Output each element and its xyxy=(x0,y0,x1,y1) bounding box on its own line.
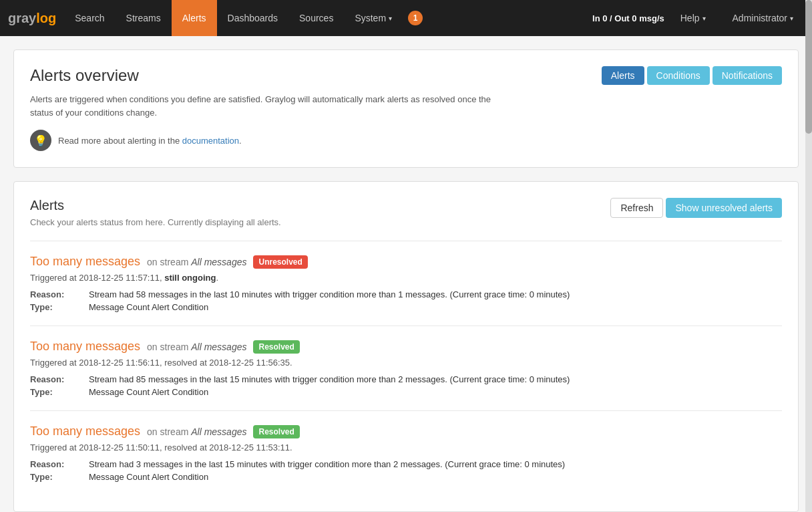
logo-gray-part: gray xyxy=(8,11,36,25)
show-unresolved-button[interactable]: Show unresolved alerts xyxy=(666,198,782,218)
alert-item-1: Too many messages on stream All messages… xyxy=(30,241,782,326)
page-content: Alerts overview Alerts are triggered whe… xyxy=(0,36,812,512)
type-value-1: Message Count Alert Condition xyxy=(89,302,782,312)
nav-link-sources[interactable]: Sources xyxy=(288,0,344,36)
type-label-3: Type: xyxy=(30,472,83,482)
stream-name-1: All messages xyxy=(191,257,246,267)
triggered-text-3: Triggered at 2018-12-25 11:50:11, resolv… xyxy=(30,442,292,453)
refresh-button[interactable]: Refresh xyxy=(610,198,663,218)
brand[interactable]: graylog xyxy=(8,11,56,26)
alert-title-row-2: Too many messages on stream All messages… xyxy=(30,340,782,354)
stream-name-3: All messages xyxy=(191,426,246,437)
stats-in-value: 0 xyxy=(602,13,607,23)
alerts-header: Alerts Check your alerts status from her… xyxy=(30,198,782,227)
administrator-caret-icon: ▾ xyxy=(790,15,793,22)
alerts-header-left: Alerts Check your alerts status from her… xyxy=(30,198,281,227)
documentation-link[interactable]: documentation xyxy=(182,136,239,146)
navbar: graylog Search Streams Alerts Dashboards… xyxy=(0,0,812,36)
overview-left: Alerts overview Alerts are triggered whe… xyxy=(30,66,511,151)
nav-link-dashboards[interactable]: Dashboards xyxy=(217,0,289,36)
stream-prefix-2: on stream xyxy=(147,342,188,352)
info-row: 💡 Read more about alerting in the docume… xyxy=(30,130,511,151)
help-caret-icon: ▾ xyxy=(702,15,706,22)
nav-link-system[interactable]: System ▾ xyxy=(344,0,403,36)
nav-badge: 1 xyxy=(408,11,423,25)
alert-title-row-3: Too many messages on stream All messages… xyxy=(30,424,782,438)
reason-label-1: Reason: xyxy=(30,289,83,299)
stats-in-out: In 0 / Out 0 msg/s xyxy=(592,13,664,23)
type-label-1: Type: xyxy=(30,302,83,312)
stream-prefix-1: on stream xyxy=(147,257,188,267)
logo: graylog xyxy=(8,11,56,26)
alerts-description: Check your alerts status from here. Curr… xyxy=(30,217,281,227)
triggered-text-1: Triggered at 2018-12-25 11:57:11, xyxy=(30,273,162,283)
alerts-section: Alerts Check your alerts status from her… xyxy=(13,181,799,512)
nav-links: Search Streams Alerts Dashboards Sources… xyxy=(64,0,423,36)
alert-title-row-1: Too many messages on stream All messages… xyxy=(30,255,782,269)
notifications-button[interactable]: Notifications xyxy=(713,66,782,85)
alert-title-2[interactable]: Too many messages xyxy=(30,340,140,354)
alert-triggered-1: Triggered at 2018-12-25 11:57:11, still … xyxy=(30,273,782,283)
type-value-3: Message Count Alert Condition xyxy=(89,472,782,482)
stats-suffix: msg/s xyxy=(639,13,664,23)
alert-title-3[interactable]: Too many messages xyxy=(30,424,140,438)
reason-value-3: Stream had 3 messages in the last 15 min… xyxy=(89,459,782,469)
type-label-2: Type: xyxy=(30,387,83,397)
ongoing-text-1: still ongoing xyxy=(164,273,216,283)
alert-stream-3: on stream All messages xyxy=(147,426,246,437)
stream-prefix-3: on stream xyxy=(147,426,188,437)
ongoing-suffix-1: . xyxy=(216,273,218,283)
administrator-label: Administrator xyxy=(733,13,787,23)
alert-triggered-3: Triggered at 2018-12-25 11:50:11, resolv… xyxy=(30,442,782,453)
stats-in-label: In xyxy=(592,13,602,23)
alerts-button[interactable]: Alerts xyxy=(602,66,644,85)
alert-badge-3: Resolved xyxy=(253,425,299,438)
reason-value-2: Stream had 85 messages in the last 15 mi… xyxy=(89,374,782,384)
info-text: Read more about alerting in the document… xyxy=(58,136,242,146)
alert-title-1[interactable]: Too many messages xyxy=(30,255,140,269)
overview-buttons: Alerts Conditions Notifications xyxy=(602,66,782,85)
scrollbar-track[interactable] xyxy=(805,0,812,512)
info-text-prefix: Read more about alerting in the xyxy=(58,136,180,146)
system-label: System xyxy=(355,13,386,23)
alerts-title: Alerts xyxy=(30,198,281,213)
alert-badge-1: Unresolved xyxy=(253,255,307,269)
alert-item-3: Too many messages on stream All messages… xyxy=(30,410,782,495)
alert-meta-1: Reason: Stream had 58 messages in the la… xyxy=(30,289,782,312)
reason-label-2: Reason: xyxy=(30,374,83,384)
overview-title: Alerts overview xyxy=(30,66,511,85)
info-text-suffix: . xyxy=(239,136,242,146)
conditions-button[interactable]: Conditions xyxy=(647,66,710,85)
nav-link-streams[interactable]: Streams xyxy=(116,0,172,36)
nav-link-search[interactable]: Search xyxy=(64,0,115,36)
stats-separator: / Out xyxy=(610,13,632,23)
nav-link-help[interactable]: Help ▾ xyxy=(670,0,717,36)
scrollbar-thumb[interactable] xyxy=(805,0,812,134)
alert-triggered-2: Triggered at 2018-12-25 11:56:11, resolv… xyxy=(30,358,782,368)
overview-card: Alerts overview Alerts are triggered whe… xyxy=(13,49,799,168)
nav-link-administrator[interactable]: Administrator ▾ xyxy=(722,0,804,36)
alert-meta-2: Reason: Stream had 85 messages in the la… xyxy=(30,374,782,397)
alert-stream-2: on stream All messages xyxy=(147,342,246,352)
triggered-text-2: Triggered at 2018-12-25 11:56:11, resolv… xyxy=(30,358,292,368)
nav-link-alerts[interactable]: Alerts xyxy=(172,0,217,36)
logo-log-part: log xyxy=(36,11,56,25)
alert-item-2: Too many messages on stream All messages… xyxy=(30,326,782,410)
alerts-header-right: Refresh Show unresolved alerts xyxy=(610,198,782,218)
help-label: Help xyxy=(680,13,700,23)
system-caret-icon: ▾ xyxy=(389,15,392,22)
reason-value-1: Stream had 58 messages in the last 10 mi… xyxy=(89,289,782,299)
alert-badge-2: Resolved xyxy=(253,340,299,354)
navbar-right: In 0 / Out 0 msg/s Help ▾ Administrator … xyxy=(592,0,804,36)
alert-stream-prefix-1: on stream All messages xyxy=(147,257,246,267)
stats-out-value: 0 xyxy=(632,13,636,23)
reason-label-3: Reason: xyxy=(30,459,83,469)
info-icon: 💡 xyxy=(30,130,51,151)
type-value-2: Message Count Alert Condition xyxy=(89,387,782,397)
overview-description: Alerts are triggered when conditions you… xyxy=(30,93,511,119)
stream-name-2: All messages xyxy=(191,342,246,352)
alert-meta-3: Reason: Stream had 3 messages in the las… xyxy=(30,459,782,482)
